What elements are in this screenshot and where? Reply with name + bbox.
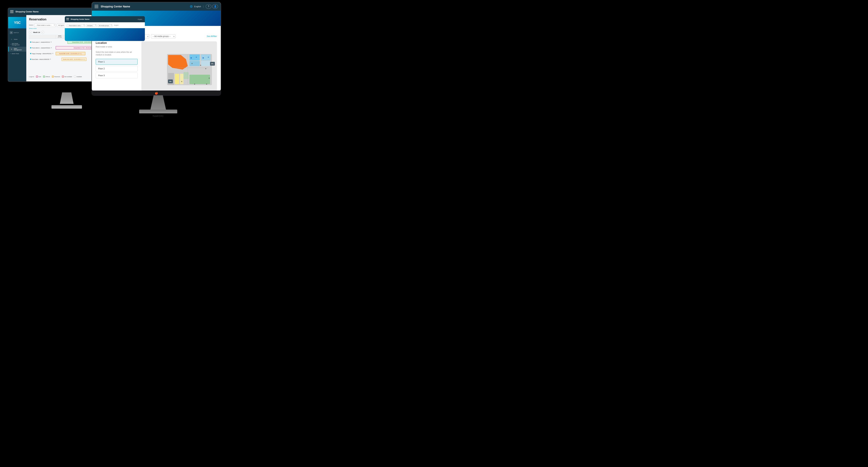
legend-offered-box: [43, 75, 45, 77]
svg-rect-5: [201, 61, 211, 66]
location-subtitle: Real estate or area: [96, 45, 137, 48]
svg-point-18: [208, 57, 209, 58]
select-label: Select: [29, 24, 33, 26]
svg-point-16: [196, 57, 197, 58]
header-mon: MON 18 Mar: [56, 35, 64, 38]
tablet-title: Shopping Center Name: [70, 18, 138, 20]
sidebar-switch[interactable]: ⇄ SWITCH: [8, 30, 26, 35]
sidebar-item-admin[interactable]: + Admin Tools: [8, 52, 26, 56]
gear-icon-4[interactable]: ⚙: [50, 59, 51, 60]
legend-sold-box: [36, 75, 38, 77]
real-estate-filter-wrap: -- Real estate or area --: [34, 23, 56, 27]
week-label: Week 14: [33, 31, 40, 33]
gear-icon-3[interactable]: ⚙: [52, 53, 53, 54]
prev-week-button[interactable]: ‹: [29, 31, 32, 34]
real-estate-select[interactable]: -- Real estate or area --: [34, 24, 56, 27]
right-app-screen: Shopping Center Name 🌐 English | ? 👤 Ad …: [92, 2, 221, 91]
gear-icon-2[interactable]: ⚙: [51, 47, 52, 49]
tablet-hamburger-icon[interactable]: [66, 18, 69, 21]
separator: |: [203, 5, 204, 8]
tablet-ad-media-select[interactable]: Ad media groups: [98, 24, 112, 27]
legend-sold-text: Sold: [38, 76, 41, 77]
row-name-1: Promo place 1 - AAdsb44452101: [32, 41, 50, 43]
row-label-2: Promo Berlin 1 - AAdsb44453321 ⚙: [29, 47, 56, 49]
svg-point-19: [191, 63, 192, 64]
svg-point-22: [209, 77, 210, 79]
left-monitor-stand: [59, 92, 74, 104]
row-label-4: Brand Bash - AAdsh120909238 ⚙: [29, 58, 56, 60]
legend-reserved-box: [52, 75, 54, 77]
tablet-real-estate-wrap: -- Real estate or area --: [67, 24, 85, 27]
floor-3-item[interactable]: Floor 3: [96, 72, 137, 78]
sidebar-item-add-media[interactable]: + Add Media Management: [8, 42, 26, 47]
reservation-title: Reservation: [29, 18, 46, 21]
right-help-icon[interactable]: ?: [206, 4, 211, 9]
booking-bar-4[interactable]: Nordic Me 18:03 - 22.03.2019 ( 0 / 1 ): [62, 58, 87, 61]
floor-1-item[interactable]: Floor 1: [96, 59, 137, 65]
row-dot-4: [30, 59, 31, 60]
legend-available: Available: [74, 75, 82, 77]
svg-rect-3: [201, 55, 211, 61]
right-two-column-layout: Location Real estate or area Select the …: [96, 41, 217, 91]
svg-point-24: [194, 84, 195, 85]
map-panel: 1: [142, 41, 217, 91]
right-ad-media-select[interactable]: -- Ad media groups --: [151, 34, 176, 38]
right-monitor-stand: [147, 95, 169, 111]
gear-icon-1[interactable]: ⚙: [51, 41, 52, 43]
plus-icon: +: [10, 43, 11, 45]
row-label-3: Happy Campaign - AAdsh44532321 ⚙: [29, 53, 56, 55]
right-user-icon[interactable]: 👤: [212, 4, 218, 9]
svg-text:P1: P1: [211, 63, 214, 65]
right-topnav: Shopping Center Name 🌐 English | ? 👤: [92, 2, 221, 11]
tablet-filterbar: -- Real estate or area -- Ad types - Ad …: [65, 22, 145, 28]
floor-1-label: Floor 1: [98, 61, 105, 63]
left-app-title: Shopping Center Name: [16, 10, 96, 13]
svg-point-15: [190, 57, 192, 59]
svg-text:P0: P0: [169, 81, 172, 83]
legend-not-available-box: [62, 75, 64, 77]
right-language: English: [194, 5, 201, 8]
right-hamburger-icon[interactable]: [95, 5, 98, 8]
svg-point-23: [206, 84, 207, 85]
logo-text: YSC: [14, 21, 21, 25]
sales-icon: ≡: [10, 48, 13, 51]
tablet-real-estate-select[interactable]: -- Real estate or area --: [67, 24, 85, 27]
svg-rect-6: [189, 75, 210, 84]
sidebar-item-sales[interactable]: ≡ Sales Management: [8, 47, 26, 52]
floor-map: 1: [142, 41, 217, 91]
row-label-1: Promo place 1 - AAdsb44452101 ⚙: [29, 41, 56, 43]
booking-bar-3[interactable]: AcmeCME 10:03 - 21.03.2019 ( 0 / 1 ): [56, 52, 85, 55]
see-all-filter-link[interactable]: See All/filter: [207, 35, 217, 37]
switch-icon: ⇄: [10, 31, 13, 34]
header-empty: [29, 35, 56, 38]
legend-sold: Sold: [36, 75, 41, 77]
tablet-language: English: [138, 19, 142, 20]
legend-label: Legend: [29, 76, 34, 77]
next-week-button[interactable]: ›: [41, 31, 44, 34]
svg-point-21: [205, 68, 206, 69]
svg-rect-4: [189, 61, 200, 66]
row-dot-2: [30, 47, 31, 49]
row-name-4: Brand Bash - AAdsh120909238: [32, 59, 49, 60]
plus-icon2: +: [10, 53, 11, 55]
right-globe-icon: 🌐: [190, 5, 193, 8]
floor-3-label: Floor 3: [98, 74, 105, 76]
row-dot-1: [30, 41, 31, 43]
right-ad-media-wrap: -- Ad media groups --: [151, 34, 176, 38]
left-monitor-base: [52, 105, 82, 108]
apple-logo-icon: 🍎: [155, 92, 158, 95]
switch-label: SWITCH: [13, 32, 19, 33]
hamburger-menu-icon[interactable]: [10, 10, 13, 13]
tablet-ad-types-select[interactable]: Ad types -: [86, 24, 97, 27]
sidebar-item-home[interactable]: ⌂ Home: [8, 37, 26, 42]
tablet-topbar: Shopping Center Name English: [65, 16, 145, 22]
svg-point-25: [181, 81, 182, 82]
location-title: Location: [96, 41, 137, 44]
floor-2-item[interactable]: Floor 2: [96, 66, 137, 71]
legend-not-available: Not available: [62, 75, 72, 77]
svg-point-17: [203, 57, 204, 59]
tablet-english-label: English: [114, 25, 119, 26]
floor-plan-svg: P0 P1: [142, 41, 217, 91]
svg-rect-9: [180, 74, 184, 84]
svg-point-20: [200, 65, 201, 66]
